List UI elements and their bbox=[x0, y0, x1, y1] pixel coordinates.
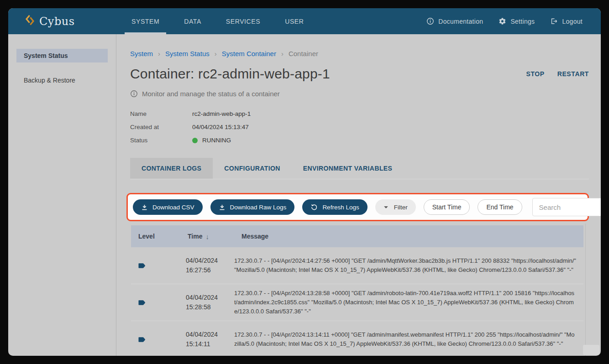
settings-link[interactable]: Settings bbox=[499, 17, 535, 25]
column-header-message: Message bbox=[234, 233, 583, 240]
gear-icon bbox=[499, 17, 506, 25]
breadcrumb: SystemSystem StatusSystem ContainerConta… bbox=[130, 50, 589, 57]
download-csv-button[interactable]: Download CSV bbox=[133, 199, 203, 215]
page-subtitle: Monitor and manage the status of a conta… bbox=[142, 90, 280, 98]
refresh-icon bbox=[310, 203, 318, 211]
log-time-cell: 04/04/2024 15:28:58 bbox=[180, 293, 234, 312]
logout-icon bbox=[550, 17, 558, 25]
tab-environment-variables[interactable]: ENVIRONMENT VARIABLES bbox=[292, 158, 404, 179]
sidebar: System StatusBackup & Restore bbox=[8, 34, 116, 356]
tab-container-logs[interactable]: CONTAINER LOGS bbox=[130, 158, 213, 179]
nav-tabs: SYSTEMDATASERVICESUSER bbox=[119, 8, 316, 34]
log-row: 04/04/2024 15:28:58 172.30.0.7 - - [04/A… bbox=[131, 284, 583, 321]
end-time-button[interactable]: End Time bbox=[478, 199, 522, 215]
log-time-cell: 04/04/2024 15:14:11 bbox=[180, 330, 234, 349]
detail-value: RUNNING bbox=[192, 137, 231, 144]
column-header-time[interactable]: Time ↓ bbox=[180, 233, 234, 240]
brand[interactable]: Cybus bbox=[8, 14, 119, 28]
logs-toolbar: Download CSV Download Raw Logs Refresh L… bbox=[126, 193, 589, 221]
column-header-level: Level bbox=[131, 233, 180, 240]
detail-value: rc2-admin-web-app-1 bbox=[192, 110, 251, 117]
download-icon bbox=[141, 204, 148, 211]
brand-name: Cybus bbox=[39, 15, 75, 28]
search-box bbox=[532, 198, 601, 216]
documentation-link[interactable]: Documentation bbox=[426, 17, 483, 25]
container-details: Name rc2-admin-web-app-1 Created at 04/0… bbox=[130, 107, 589, 147]
log-level-tag-icon bbox=[138, 263, 180, 269]
top-navbar: Cybus SYSTEMDATASERVICESUSER Documentati… bbox=[8, 8, 601, 34]
cybus-logo-icon bbox=[25, 14, 35, 28]
sidebar-item-backup-restore[interactable]: Backup & Restore bbox=[16, 73, 108, 87]
log-message-cell: 172.30.0.7 - - [04/Apr/2024:13:14:11 +00… bbox=[234, 330, 583, 348]
breadcrumb-container: Container bbox=[281, 50, 318, 57]
sidebar-item-system-status[interactable]: System Status bbox=[16, 49, 108, 62]
info-icon bbox=[130, 90, 138, 98]
detail-label: Name bbox=[130, 110, 192, 117]
refresh-logs-button[interactable]: Refresh Logs bbox=[302, 199, 367, 215]
detail-row: Created at 04/04/2024 15:13:47 bbox=[130, 120, 589, 134]
breadcrumb-system[interactable]: System bbox=[130, 50, 153, 57]
breadcrumb-system-container[interactable]: System Container bbox=[215, 50, 276, 57]
main-content: SystemSystem StatusSystem ContainerConta… bbox=[116, 34, 601, 356]
log-time-cell: 04/04/2024 16:27:56 bbox=[180, 256, 234, 275]
restart-button[interactable]: RESTART bbox=[557, 70, 589, 78]
log-row: 04/04/2024 15:14:11 172.30.0.7 - - [04/A… bbox=[131, 321, 583, 356]
log-message-cell: 172.30.0.7 - - [04/Apr/2024:13:28:58 +00… bbox=[234, 289, 583, 316]
filter-dropdown[interactable]: Filter bbox=[375, 199, 416, 215]
nav-tab-system[interactable]: SYSTEM bbox=[119, 8, 172, 34]
log-level-cell bbox=[131, 300, 180, 306]
info-icon bbox=[426, 17, 434, 25]
scrollbar-track-divider bbox=[585, 224, 586, 356]
detail-row: Status RUNNING bbox=[130, 134, 589, 147]
chevron-down-icon bbox=[383, 206, 388, 209]
stop-button[interactable]: STOP bbox=[526, 70, 544, 78]
content-tabs: CONTAINER LOGSCONFIGURATIONENVIRONMENT V… bbox=[130, 158, 589, 179]
app-window: Cybus SYSTEMDATASERVICESUSER Documentati… bbox=[8, 8, 601, 356]
scrollbar-thumb[interactable] bbox=[583, 345, 599, 355]
detail-value: 04/04/2024 15:13:47 bbox=[192, 124, 249, 130]
nav-tab-user[interactable]: USER bbox=[273, 8, 316, 34]
log-level-tag-icon bbox=[138, 300, 180, 306]
detail-label: Created at bbox=[130, 124, 192, 130]
log-row: 04/04/2024 16:27:56 172.30.0.7 - - [04/A… bbox=[131, 247, 583, 284]
breadcrumb-system-status[interactable]: System Status bbox=[158, 50, 210, 57]
page-title: Container: rc2-admin-web-app-1 bbox=[130, 66, 330, 82]
logout-link[interactable]: Logout bbox=[550, 17, 583, 25]
nav-actions: Documentation Settings Logout bbox=[426, 17, 601, 25]
nav-tab-data[interactable]: DATA bbox=[172, 8, 214, 34]
start-time-button[interactable]: Start Time bbox=[424, 199, 470, 215]
log-level-tag-icon bbox=[138, 337, 180, 343]
log-level-cell bbox=[131, 337, 180, 343]
logs-table: Level Time ↓ Message 04/04 bbox=[131, 225, 583, 356]
nav-tab-services[interactable]: SERVICES bbox=[214, 8, 273, 34]
download-raw-logs-button[interactable]: Download Raw Logs bbox=[210, 199, 295, 215]
detail-label: Status bbox=[130, 137, 192, 144]
sort-descending-icon[interactable]: ↓ bbox=[205, 233, 209, 240]
search-input[interactable] bbox=[539, 203, 601, 211]
download-icon bbox=[219, 204, 226, 211]
detail-row: Name rc2-admin-web-app-1 bbox=[130, 107, 589, 120]
tab-configuration[interactable]: CONFIGURATION bbox=[213, 158, 291, 179]
log-message-cell: 172.30.0.7 - - [04/Apr/2024:14:27:56 +00… bbox=[234, 256, 583, 275]
table-header: Level Time ↓ Message bbox=[131, 225, 583, 247]
status-dot bbox=[192, 138, 198, 143]
log-level-cell bbox=[131, 263, 180, 269]
